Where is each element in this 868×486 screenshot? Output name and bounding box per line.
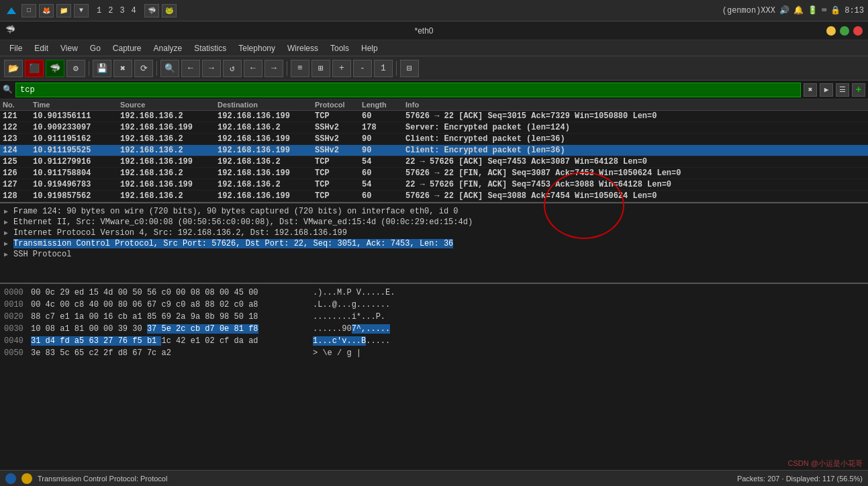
packet-row[interactable]: 122 10.909233097 192.168.136.199 192.168… — [0, 122, 868, 134]
pkt-dst: 192.168.136.199 — [215, 134, 312, 144]
hex-byte: fd — [60, 336, 75, 346]
taskbar-files-btn[interactable]: 📁 — [56, 4, 71, 17]
toolbar-stop-btn[interactable]: ⬛ — [25, 60, 44, 77]
toolbar-resize-btn[interactable]: ⊟ — [400, 60, 419, 77]
workspace-4[interactable]: 4 — [132, 6, 136, 15]
pkt-src: 192.168.136.2 — [117, 146, 215, 155]
toolbar-fwd-btn[interactable]: → — [202, 60, 221, 77]
toolbar-reload-btn[interactable]: ⟳ — [134, 60, 153, 77]
col-header-src: Source — [117, 101, 215, 109]
menu-file[interactable]: File — [4, 42, 28, 54]
hex-byte: ad — [248, 336, 258, 346]
hex-byte: 88 — [205, 300, 220, 309]
hex-byte: 30 — [132, 324, 147, 334]
maximize-btn[interactable] — [840, 26, 849, 36]
packet-row[interactable]: 124 10.911195525 192.168.136.2 192.168.1… — [0, 145, 868, 156]
pkt-no: 128 — [0, 191, 30, 201]
packet-row[interactable]: 127 10.919496783 192.168.136.199 192.168… — [0, 179, 868, 191]
pkt-src: 192.168.136.199 — [117, 123, 215, 132]
toolbar-open-btn[interactable]: 📂 — [4, 60, 23, 77]
hex-byte: e1 — [191, 336, 205, 346]
toolbar-jump-btn[interactable]: ↺ — [223, 60, 242, 77]
packet-row[interactable]: 121 10.901356111 192.168.136.2 192.168.1… — [0, 111, 868, 122]
toolbar-search-btn[interactable]: 🔍 — [160, 60, 179, 77]
hex-byte: a1 — [60, 324, 75, 334]
taskbar-term-btn[interactable]: ▼ — [74, 4, 89, 17]
pkt-proto: TCP — [312, 111, 359, 121]
taskbar-wireshark-btn[interactable]: 🦈 — [144, 4, 159, 17]
hex-byte: 4d — [103, 288, 118, 297]
pkt-dst: 192.168.136.2 — [215, 123, 312, 132]
filter-add-btn[interactable]: + — [852, 83, 865, 97]
packet-row[interactable]: 123 10.911195162 192.168.136.2 192.168.1… — [0, 134, 868, 145]
workspace-1[interactable]: 1 — [97, 6, 101, 15]
filter-input[interactable]: tcp — [15, 83, 801, 97]
wireshark-icon: 🦈 — [5, 25, 17, 37]
toolbar-auto-scroll-btn[interactable]: ⊞ — [311, 60, 330, 77]
toolbar-zoom-btn[interactable]: + — [332, 60, 351, 77]
pkt-time: 10.901356111 — [30, 111, 117, 121]
detail-row[interactable]: ▶ Ethernet II, Src: VMware_c0:00:08 (00:… — [4, 217, 864, 228]
filter-clear-btn[interactable]: ✖ — [804, 83, 817, 97]
hex-bytes: 00 0c 29 ed 15 4d 00 50 56 c0 00 08 08 0… — [31, 287, 313, 299]
minimize-btn[interactable] — [826, 26, 836, 36]
filter-apply-btn[interactable]: ▶ — [820, 83, 833, 97]
toolbar-next-btn[interactable]: → — [264, 60, 283, 77]
hex-byte: 10 — [31, 324, 46, 334]
menu-analyze[interactable]: Analyze — [148, 42, 188, 54]
taskbar-app-btn[interactable]: 🐸 — [162, 4, 177, 17]
hex-byte: 50 — [132, 288, 147, 297]
menu-telephony[interactable]: Telephony — [233, 42, 281, 54]
toolbar-colorize-btn[interactable]: ≡ — [291, 60, 309, 77]
toolbar-save-btn[interactable]: 💾 — [93, 60, 111, 77]
detail-panel: ▶ Frame 124: 90 bytes on wire (720 bits)… — [0, 203, 868, 284]
hex-offset: 0050 — [4, 347, 31, 359]
menu-help[interactable]: Help — [356, 42, 383, 54]
detail-row[interactable]: ▶ Internet Protocol Version 4, Src: 192.… — [4, 228, 864, 238]
menu-go[interactable]: Go — [85, 42, 106, 54]
menu-edit[interactable]: Edit — [29, 42, 54, 54]
detail-row[interactable]: ▶ SSH Protocol — [4, 249, 864, 260]
packet-row[interactable]: 126 10.911758804 192.168.136.2 192.168.1… — [0, 168, 868, 179]
close-btn[interactable] — [853, 26, 863, 36]
filter-bookmark-btn[interactable]: ☰ — [836, 83, 849, 97]
taskbar-window-btn[interactable]: □ — [21, 4, 36, 17]
hex-bytes: 31 d4 fd a5 63 27 76 f5 b1 1c 42 e1 02 c… — [31, 335, 313, 347]
hex-byte: f5 — [132, 336, 147, 346]
menu-view[interactable]: View — [55, 42, 83, 54]
toolbar-back-btn[interactable]: ← — [181, 60, 200, 77]
menu-wireless[interactable]: Wireless — [282, 42, 324, 54]
menu-statistics[interactable]: Statistics — [189, 42, 232, 54]
hex-bytes: 00 4c 00 c8 40 00 80 06 67 c9 c0 a8 88 0… — [31, 299, 313, 311]
taskbar-left: □ 🦊 📁 ▼ 1 2 3 4 🦈 🐸 — [4, 3, 177, 18]
hex-ascii-char: g — [352, 300, 356, 309]
taskbar-browser-btn[interactable]: 🦊 — [39, 4, 54, 17]
workspace-2[interactable]: 2 — [108, 6, 113, 15]
toolbar-prev-btn[interactable]: ← — [244, 60, 262, 77]
detail-rows: ▶ Frame 124: 90 bytes on wire (720 bits)… — [4, 206, 864, 260]
packet-row[interactable]: 125 10.911279916 192.168.136.199 192.168… — [0, 156, 868, 168]
hex-byte: cf — [220, 336, 234, 346]
detail-row[interactable]: ▶ Transmission Control Protocol, Src Por… — [4, 238, 864, 249]
hex-byte: 1a — [75, 312, 89, 322]
packet-row[interactable]: 128 10.919857562 192.168.136.2 192.168.1… — [0, 191, 868, 202]
toolbar-zoom-out-btn[interactable]: - — [353, 60, 372, 77]
pkt-no: 123 — [0, 134, 30, 144]
hex-byte: 2a — [176, 312, 191, 322]
menu-capture[interactable]: Capture — [107, 42, 147, 54]
menu-tools[interactable]: Tools — [325, 42, 354, 54]
toolbar-zoom-reset-btn[interactable]: 1 — [374, 60, 393, 77]
toolbar-close-btn[interactable]: ✖ — [113, 60, 132, 77]
detail-row[interactable]: ▶ Frame 124: 90 bytes on wire (720 bits)… — [4, 206, 864, 217]
pkt-info: 57626 → 22 [ACK] Seq=3015 Ack=7329 Win=1… — [403, 111, 868, 121]
toolbar-start-btn[interactable]: 🦈 — [46, 60, 64, 77]
hex-byte: 69 — [161, 312, 176, 322]
hex-ascii: > \e / g | — [313, 347, 361, 359]
hex-ascii-char: | — [356, 348, 361, 358]
hex-byte: da — [234, 336, 249, 346]
statusbar: Transmission Control Protocol: Protocol … — [0, 470, 868, 486]
workspace-3[interactable]: 3 — [119, 6, 124, 15]
toolbar-restart-btn[interactable]: ⚙ — [66, 60, 85, 77]
pkt-proto: SSHv2 — [312, 123, 359, 132]
pkt-dst: 192.168.136.2 — [215, 157, 312, 166]
